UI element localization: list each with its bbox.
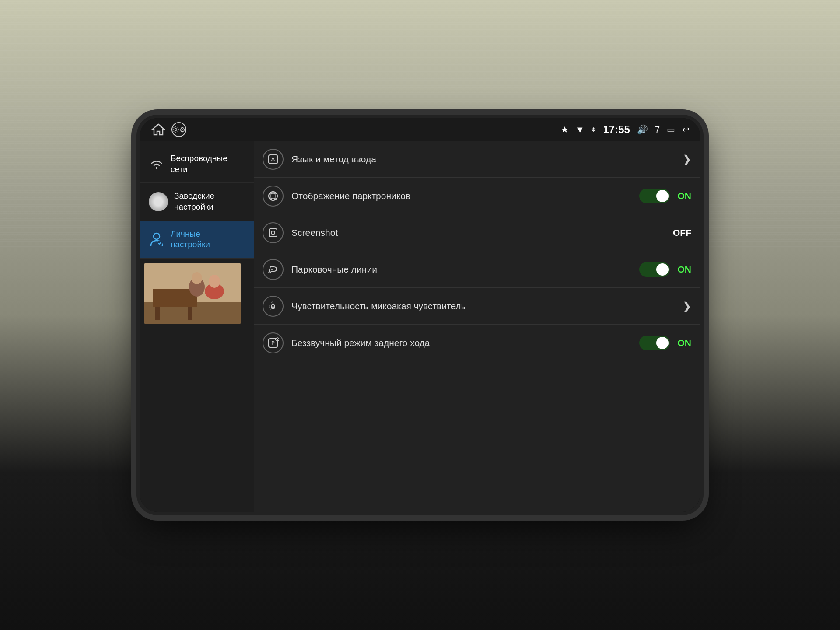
video-thumbnail[interactable] bbox=[144, 263, 241, 324]
status-right-icons: ★ ▼ ⌖ 17:55 🔊 7 ▭ ↩ bbox=[561, 123, 690, 136]
screen: ★ ▼ ⌖ 17:55 🔊 7 ▭ ↩ bbox=[140, 118, 700, 512]
person-icon bbox=[149, 231, 164, 247]
toggle-knob-3 bbox=[656, 337, 668, 349]
svg-point-22 bbox=[271, 231, 275, 234]
silent-reverse-value: ON bbox=[678, 338, 692, 348]
status-bar: ★ ▼ ⌖ 17:55 🔊 7 ▭ ↩ bbox=[140, 118, 700, 141]
settings-button[interactable] bbox=[172, 122, 186, 137]
factory-label: Заводскиенастройки bbox=[174, 191, 214, 212]
parking-sensors-label: Отображение парктроников bbox=[291, 191, 631, 201]
parking-sensors-toggle[interactable] bbox=[639, 189, 670, 203]
parking-sensors-value: ON bbox=[678, 191, 692, 201]
wifi-icon bbox=[149, 156, 164, 172]
battery-icon: ▭ bbox=[667, 124, 675, 135]
language-arrow: ❯ bbox=[682, 153, 691, 165]
silent-reverse-label: Беззвучный режим заднего хода bbox=[291, 338, 631, 348]
sensitivity-arrow: ❯ bbox=[682, 300, 691, 312]
sidebar-item-wireless[interactable]: Беспроводные сети bbox=[140, 145, 254, 183]
sensitivity-icon bbox=[262, 296, 284, 317]
sensitivity-label: Чувствительность микоакая чувствитель bbox=[291, 301, 675, 312]
parking-lines-label: Парковочные линии bbox=[291, 264, 631, 275]
screenshot-label: Screenshot bbox=[291, 228, 665, 238]
toggle-knob bbox=[656, 190, 668, 202]
thumbnail-scene bbox=[144, 263, 241, 324]
settings-panel: A Язык и метод ввода ❯ bbox=[254, 141, 700, 512]
svg-text:A: A bbox=[271, 156, 275, 163]
device-frame: ★ ▼ ⌖ 17:55 🔊 7 ▭ ↩ bbox=[140, 118, 700, 512]
svg-point-2 bbox=[154, 233, 160, 239]
wifi-status-icon: ▼ bbox=[576, 125, 584, 135]
status-time: 17:55 bbox=[603, 123, 630, 136]
svg-marker-0 bbox=[152, 124, 164, 135]
settings-row-screenshot[interactable]: Screenshot OFF bbox=[254, 214, 700, 251]
location-icon: ⌖ bbox=[591, 125, 596, 135]
back-icon[interactable]: ↩ bbox=[682, 124, 690, 135]
silent-reverse-toggle[interactable] bbox=[639, 336, 670, 350]
settings-row-parking-lines[interactable]: Парковочные линии ON bbox=[254, 251, 700, 288]
toggle-knob-2 bbox=[656, 263, 668, 276]
main-content: Беспроводные сети Заводскиенастройки bbox=[140, 141, 700, 512]
svg-rect-21 bbox=[269, 229, 277, 237]
language-icon: A bbox=[262, 149, 284, 170]
svg-rect-9 bbox=[188, 307, 192, 320]
factory-icon bbox=[149, 192, 168, 211]
status-left-icons bbox=[150, 122, 186, 137]
silent-reverse-icon: P bbox=[262, 332, 284, 354]
personal-label: Личныенастройки bbox=[171, 229, 210, 250]
parking-lines-icon bbox=[262, 259, 284, 280]
settings-row-parking-sensors[interactable]: Отображение парктроников ON bbox=[254, 178, 700, 214]
sidebar: Беспроводные сети Заводскиенастройки bbox=[140, 141, 254, 512]
screenshot-value: OFF bbox=[673, 228, 691, 238]
sidebar-item-factory[interactable]: Заводскиенастройки bbox=[140, 183, 254, 220]
settings-row-silent-reverse[interactable]: P Беззвучный режим заднего хода ON bbox=[254, 325, 700, 361]
bluetooth-icon: ★ bbox=[561, 124, 569, 135]
screenshot-icon bbox=[262, 222, 284, 243]
svg-point-1 bbox=[175, 129, 177, 130]
svg-point-13 bbox=[209, 275, 220, 288]
svg-point-24 bbox=[272, 306, 274, 308]
svg-point-11 bbox=[192, 272, 202, 284]
svg-rect-8 bbox=[155, 307, 160, 320]
globe-icon bbox=[262, 186, 284, 206]
wireless-label: Беспроводные сети bbox=[171, 153, 245, 175]
settings-row-language[interactable]: A Язык и метод ввода ❯ bbox=[254, 141, 700, 178]
settings-row-sensitivity[interactable]: Чувствительность микоакая чувствитель ❯ bbox=[254, 288, 700, 325]
sidebar-item-personal[interactable]: Личныенастройки bbox=[140, 221, 254, 259]
volume-level: 7 bbox=[655, 125, 660, 135]
svg-text:P: P bbox=[271, 340, 274, 346]
home-button[interactable] bbox=[150, 123, 166, 136]
parking-lines-toggle[interactable] bbox=[639, 262, 670, 277]
parking-lines-value: ON bbox=[678, 264, 692, 275]
volume-icon: 🔊 bbox=[637, 124, 648, 135]
language-label: Язык и метод ввода bbox=[291, 154, 675, 164]
